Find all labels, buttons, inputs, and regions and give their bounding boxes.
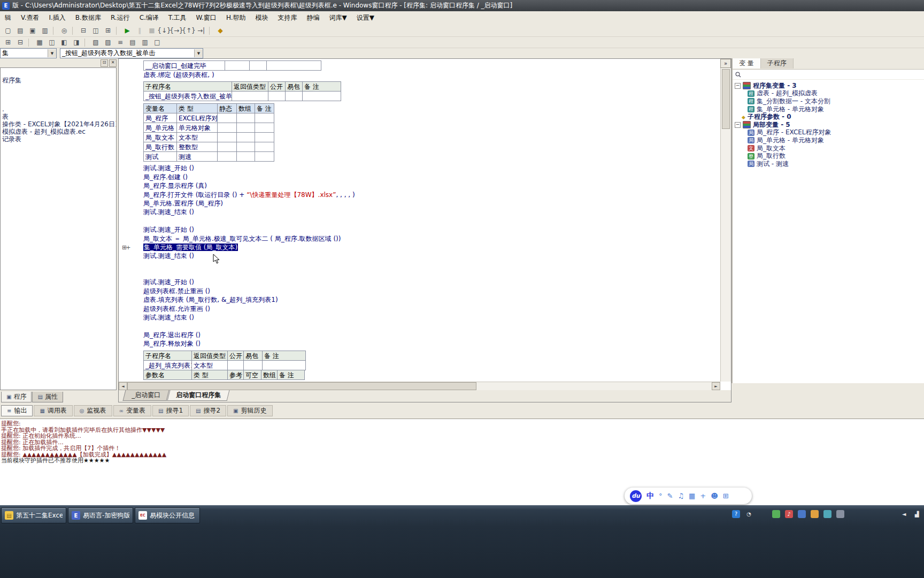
toolbox-icon[interactable]: + xyxy=(700,492,706,500)
tray-icon[interactable] xyxy=(823,510,831,518)
code-line[interactable]: 局_程序.退出程序 () xyxy=(143,331,719,339)
code-line[interactable]: 超级列表框.允许重画 () xyxy=(143,305,719,313)
horizontal-scrollbar[interactable]: ◄ ► xyxy=(119,382,720,390)
menu-item[interactable]: I.插入 xyxy=(44,12,70,24)
code-content[interactable]: __启动窗口_创建完毕虚表.绑定 (超级列表框, )子程序名返回值类型公开易包备… xyxy=(119,59,719,382)
program-set-combo[interactable]: 集 ▼ xyxy=(0,48,57,58)
code-line[interactable]: 测试.测速_开始 () xyxy=(143,278,719,286)
scrollbar-thumb[interactable] xyxy=(722,69,730,129)
scrollbar-thumb[interactable] xyxy=(127,382,476,390)
new-icon[interactable]: ▢ xyxy=(2,25,14,36)
project-tree-item[interactable]: 操作类 - EXCEL对象【2021年4月26日】.ec xyxy=(1,120,116,128)
menu-item[interactable]: 设置▼ xyxy=(352,12,379,24)
find-icon[interactable]: ◎ xyxy=(58,25,70,36)
dock-tab-变量表[interactable]: ∞变量表 xyxy=(113,405,151,416)
code-line[interactable]: 局_程序.打开文件 (取运行目录 () + “\快递重量处理【78W】.xlsx… xyxy=(143,191,719,199)
tray-icon[interactable] xyxy=(772,510,780,518)
code-line[interactable]: 局_程序.创建 () xyxy=(143,173,719,181)
step-out-icon[interactable]: {↑} xyxy=(183,25,195,36)
code-line[interactable]: 测试.测速_结束 () xyxy=(143,208,719,216)
window-grid-icon[interactable]: ⊞ xyxy=(102,25,114,36)
dock-tab-搜寻1[interactable]: ▤搜寻1 xyxy=(152,405,189,416)
dock-tab-搜寻2[interactable]: ▤搜寻2 xyxy=(190,405,226,416)
ime-mode-indicator[interactable]: 中 xyxy=(646,491,654,501)
project-tree-item[interactable]: . xyxy=(1,105,116,113)
code-line[interactable]: 局_取文本 ＝ 局_单元格.极速_取可见文本二 ( 局_程序.取数据区域 ()) xyxy=(143,234,719,243)
editor-tab-_启动窗口[interactable]: _启动窗口 xyxy=(123,390,170,401)
table-tool-icon[interactable]: ▤ xyxy=(127,37,138,48)
code-line[interactable]: 虚表.填充列表 (局_取行数, &_超列_填充列表1) xyxy=(143,295,719,304)
subroutine-combo[interactable]: _按钮_超级列表导入数据_被单击 ▼ xyxy=(60,48,203,58)
variable-search-input[interactable] xyxy=(743,71,826,78)
run-icon[interactable]: ▶ xyxy=(121,25,133,36)
scroll-left-icon[interactable]: ◄ xyxy=(119,382,127,390)
taskbar-button-doc[interactable]: ▤第五十二集Excel... xyxy=(1,507,66,523)
window-split-icon[interactable]: ◫ xyxy=(90,25,102,36)
panel-tab-程序[interactable]: ▣程序 xyxy=(1,392,32,402)
variable-tree-item[interactable]: 程虚表 - 超列_模拟虚表 xyxy=(733,90,924,98)
collapse-expander-icon[interactable]: − xyxy=(735,83,741,89)
variable-tree-item[interactable]: ◆子程序参数 - 0 xyxy=(733,113,924,121)
dock-tab-输出[interactable]: ≡输出 xyxy=(1,405,33,416)
table-tool-icon[interactable]: ▨ xyxy=(102,37,114,48)
window-tile-icon[interactable]: ⊟ xyxy=(78,25,89,36)
bookmark-icon[interactable]: ⊞+ xyxy=(122,244,129,252)
code-line[interactable]: 测试.测速_结束 () xyxy=(143,313,719,322)
keyboard-icon[interactable]: ▦ xyxy=(689,492,695,500)
menu-item[interactable]: 支持库 xyxy=(273,12,302,24)
insert-row-icon[interactable]: ⊞ xyxy=(2,37,14,48)
project-tree-item[interactable]: 记录表 xyxy=(1,135,116,143)
variable-tree-item[interactable]: 程集_分割数据一 - 文本分割 xyxy=(733,97,924,105)
stop-icon[interactable]: ■ xyxy=(146,25,158,36)
save-icon[interactable]: ▣ xyxy=(27,25,38,36)
project-tree-item[interactable]: 表 xyxy=(1,113,116,120)
pause-icon[interactable]: ∥ xyxy=(134,25,145,36)
editor-tab-启动窗口程序集[interactable]: 启动窗口程序集 xyxy=(167,390,230,401)
menu-item[interactable]: T.工具 xyxy=(164,12,191,24)
variables-tab-子程序[interactable]: 子程序 xyxy=(761,58,794,69)
panel-tab-属性[interactable]: ▤属性 xyxy=(32,392,63,402)
code-editor[interactable]: __启动窗口_创建完毕虚表.绑定 (超级列表框, )子程序名返回值类型公开易包备… xyxy=(118,58,732,402)
table-tool-icon[interactable]: ▦ xyxy=(34,37,45,48)
code-line[interactable]: 测试.测速_开始 () xyxy=(143,225,719,234)
code-line[interactable]: 局_程序.显示程序 (真) xyxy=(143,181,719,190)
variable-tree-item[interactable]: 局测试 - 测速 xyxy=(733,160,924,168)
code-line[interactable]: 虚表.绑定 (超级列表框, ) xyxy=(143,71,719,79)
step-over-icon[interactable]: {→} xyxy=(171,25,182,36)
variable-tree-item[interactable]: −局部变量 - 5 xyxy=(733,121,924,129)
menu-item[interactable]: B.数据库 xyxy=(71,12,106,24)
table-tool-icon[interactable]: ≡ xyxy=(114,37,126,48)
code-line-selected[interactable]: ⊞+集_单元格_需要取值 (局_取文本) xyxy=(143,243,719,252)
print-icon[interactable]: ▥ xyxy=(39,25,51,36)
code-blank-line[interactable] xyxy=(143,217,719,225)
tray-icon[interactable]: ♪ xyxy=(785,510,793,518)
menu-item[interactable]: H.帮助 xyxy=(221,12,251,24)
code-blank-line[interactable] xyxy=(143,269,719,278)
variable-tree-item[interactable]: 局局_程序 - EXCEL程序对象 xyxy=(733,129,924,137)
table-tool-icon[interactable]: □ xyxy=(151,37,163,48)
variable-tree-item[interactable]: 局局_单元格 - 单元格对象 xyxy=(733,136,924,144)
dock-tab-剪辑历史[interactable]: ▣剪辑历史 xyxy=(227,405,272,416)
project-tree[interactable]: 程序集.表操作类 - EXCEL对象【2021年4月26日】.ec模拟虚表 - … xyxy=(0,67,117,390)
menu-item[interactable]: C.编译 xyxy=(135,12,164,24)
collapse-panel-button[interactable]: » xyxy=(720,59,731,68)
code-blank-line[interactable] xyxy=(143,322,719,330)
code-line[interactable]: 测试.测速_结束 () xyxy=(143,252,719,260)
code-blank-line[interactable] xyxy=(143,261,719,269)
window-titlebar[interactable]: E 版 - C:\Users\Administrator\Desktop\第五十… xyxy=(0,0,924,11)
variable-tree-item[interactable]: 程集_单元格 - 单元格对象 xyxy=(733,105,924,113)
menu-item[interactable]: W.窗口 xyxy=(191,12,221,24)
pen-icon[interactable]: ✎ xyxy=(667,492,673,500)
skin-icon[interactable]: ° xyxy=(659,492,663,500)
table-tool-icon[interactable]: ◧ xyxy=(58,37,70,48)
scroll-right-icon[interactable]: ► xyxy=(712,382,720,390)
plugin-run-icon[interactable]: ◆ xyxy=(214,25,226,36)
menu-item[interactable]: 模块 xyxy=(251,12,273,24)
chevron-down-icon[interactable]: ▼ xyxy=(48,49,56,57)
help-tray-icon[interactable]: ? xyxy=(732,510,740,518)
dock-tab-调用表[interactable]: ▦调用表 xyxy=(34,405,72,416)
project-tree-item[interactable]: 程序集 xyxy=(1,77,116,84)
tray-icon[interactable] xyxy=(798,510,806,518)
variable-tree-item[interactable]: 整局_取行数 xyxy=(733,152,924,160)
taskbar-button-elang[interactable]: E易语言-加密狗版 ... xyxy=(68,507,133,523)
